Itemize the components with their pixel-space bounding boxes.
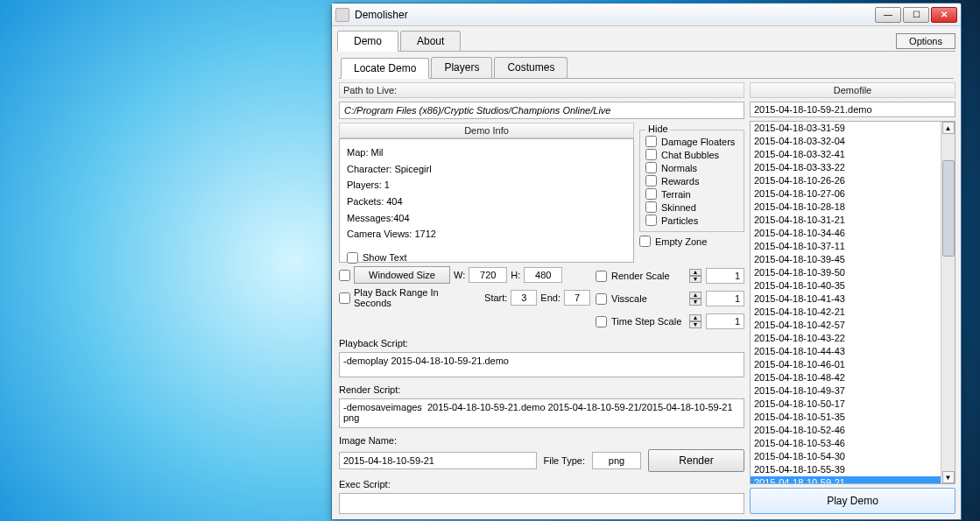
timestep-input[interactable] <box>706 313 744 329</box>
timestep-spinner[interactable]: ▲▼ <box>689 314 702 328</box>
end-label: End: <box>540 292 561 303</box>
render-scale-input[interactable] <box>706 268 744 284</box>
visscale-label: Visscale <box>611 293 685 304</box>
playback-script-label: Playback Script: <box>339 338 744 349</box>
end-input[interactable] <box>564 290 590 306</box>
hide-group: Hide Damage Floaters Chat Bubbles Normal… <box>639 130 744 232</box>
hide-particles[interactable]: Particles <box>645 215 738 226</box>
timestep-label: Time Step Scale <box>611 316 685 327</box>
demofile-scrollbar[interactable]: ▲ ▼ <box>941 122 955 483</box>
info-packets: Packets: 404 <box>347 194 626 210</box>
demofile-item[interactable]: 2015-04-18-10-42-21 <box>751 306 941 319</box>
demofile-item[interactable]: 2015-04-18-03-32-04 <box>751 135 941 148</box>
demofile-item[interactable]: 2015-04-18-10-50-17 <box>751 398 941 411</box>
hide-normals[interactable]: Normals <box>645 162 738 173</box>
scroll-down-icon[interactable]: ▼ <box>942 471 955 483</box>
width-input[interactable] <box>469 267 507 283</box>
tab-demo[interactable]: Demo <box>337 31 398 52</box>
playback-range-label: Play Back Range In Seconds <box>354 287 475 308</box>
render-button[interactable]: Render <box>648 449 744 472</box>
windowed-checkbox[interactable] <box>339 270 350 281</box>
demofile-item[interactable]: 2015-04-18-10-44-43 <box>751 345 941 358</box>
titlebar[interactable]: Demolisher — ☐ ✕ <box>332 4 961 26</box>
demofile-item[interactable]: 2015-04-18-10-42-57 <box>751 319 941 332</box>
demofile-item[interactable]: 2015-04-18-10-39-50 <box>751 266 941 279</box>
filetype-input[interactable] <box>592 452 641 469</box>
hide-rewards[interactable]: Rewards <box>645 175 738 187</box>
app-window: Demolisher — ☐ ✕ Demo About Options Loca… <box>331 3 962 520</box>
scroll-thumb[interactable] <box>942 160 955 257</box>
w-label: W: <box>454 270 465 280</box>
demo-info-box: Map: Mil Character: Spicegirl Players: 1… <box>339 138 634 263</box>
demofile-list[interactable]: 2015-04-18-03-31-592015-04-18-03-32-0420… <box>751 122 941 483</box>
demo-info-header: Demo Info <box>339 123 634 138</box>
show-text-checkbox[interactable]: Show Text <box>347 250 626 266</box>
info-messages: Messages:404 <box>347 210 626 227</box>
path-label: Path to Live: <box>339 82 744 98</box>
demofile-item[interactable]: 2015-04-18-03-33-22 <box>751 161 941 174</box>
render-script-input[interactable] <box>339 398 744 428</box>
hide-damage-floaters[interactable]: Damage Floaters <box>645 136 738 147</box>
demofile-item[interactable]: 2015-04-18-10-48-42 <box>751 371 941 384</box>
path-input[interactable] <box>339 102 744 119</box>
demofile-item[interactable]: 2015-04-18-10-49-37 <box>751 384 941 398</box>
playback-range-checkbox[interactable] <box>339 292 350 304</box>
info-map: Map: Mil <box>347 144 626 161</box>
demofile-listbox: 2015-04-18-03-31-592015-04-18-03-32-0420… <box>750 121 955 484</box>
play-demo-button[interactable]: Play Demo <box>750 488 955 514</box>
app-title: Demolisher <box>355 9 875 21</box>
info-character: Character: Spicegirl <box>347 161 626 178</box>
image-name-input[interactable] <box>339 452 537 469</box>
close-button[interactable]: ✕ <box>931 7 957 23</box>
demofile-item[interactable]: 2015-04-18-10-40-35 <box>751 279 941 292</box>
exec-script-input[interactable] <box>339 493 744 514</box>
demofile-item[interactable]: 2015-04-18-10-43-22 <box>751 332 941 345</box>
tab-about[interactable]: About <box>400 31 461 51</box>
demofile-item[interactable]: 2015-04-18-10-54-30 <box>751 450 941 463</box>
scroll-up-icon[interactable]: ▲ <box>942 122 955 134</box>
demofile-item[interactable]: 2015-04-18-03-32-41 <box>751 148 941 161</box>
sub-tabs: Locate Demo Players Costumes <box>332 52 961 78</box>
windowed-size-button[interactable]: Windowed Size <box>354 266 450 284</box>
tab-costumes[interactable]: Costumes <box>494 57 568 78</box>
hide-chat-bubbles[interactable]: Chat Bubbles <box>645 149 738 160</box>
top-tabs: Demo About Options <box>332 26 961 51</box>
height-input[interactable] <box>524 267 562 283</box>
demofile-item[interactable]: 2015-04-18-10-53-46 <box>751 437 941 450</box>
minimize-button[interactable]: — <box>875 7 901 23</box>
demofile-item[interactable]: 2015-04-18-10-55-39 <box>751 463 941 476</box>
demofile-item[interactable]: 2015-04-18-10-46-01 <box>751 358 941 371</box>
demofile-item[interactable]: 2015-04-18-10-41-43 <box>751 292 941 306</box>
exec-script-label: Exec Script: <box>339 479 744 489</box>
demofile-item[interactable]: 2015-04-18-10-51-35 <box>751 411 941 424</box>
render-scale-spinner[interactable]: ▲▼ <box>689 269 702 283</box>
playback-script-input[interactable] <box>339 352 744 377</box>
visscale-input[interactable] <box>706 291 744 306</box>
tab-locate-demo[interactable]: Locate Demo <box>341 58 429 79</box>
demofile-item[interactable]: 2015-04-18-10-27-06 <box>751 187 941 201</box>
demofile-item[interactable]: 2015-04-18-10-37-11 <box>751 240 941 253</box>
demofile-header: Demofile <box>750 82 955 98</box>
empty-zone-checkbox[interactable]: Empty Zone <box>639 236 744 247</box>
demofile-item[interactable]: 2015-04-18-10-31-21 <box>751 214 941 227</box>
demofile-item[interactable]: 2015-04-18-10-34-46 <box>751 227 941 240</box>
hide-terrain[interactable]: Terrain <box>645 188 738 200</box>
demofile-item[interactable]: 2015-04-18-10-26-26 <box>751 174 941 187</box>
demofile-item[interactable]: 2015-04-18-10-59-21 <box>751 476 941 483</box>
selected-demofile[interactable]: 2015-04-18-10-59-21.demo <box>750 102 955 117</box>
visscale-spinner[interactable]: ▲▼ <box>689 292 702 306</box>
visscale-checkbox[interactable] <box>596 293 607 305</box>
filetype-label: File Type: <box>544 455 586 466</box>
tab-players[interactable]: Players <box>431 57 492 78</box>
demofile-item[interactable]: 2015-04-18-03-31-59 <box>751 122 941 135</box>
start-input[interactable] <box>511 290 537 306</box>
options-button[interactable]: Options <box>896 33 955 49</box>
render-scale-checkbox[interactable] <box>596 271 607 282</box>
image-name-label: Image Name: <box>339 435 744 446</box>
demofile-item[interactable]: 2015-04-18-10-52-46 <box>751 424 941 437</box>
demofile-item[interactable]: 2015-04-18-10-28-18 <box>751 201 941 214</box>
timestep-checkbox[interactable] <box>596 316 607 327</box>
maximize-button[interactable]: ☐ <box>903 7 929 23</box>
hide-skinned[interactable]: Skinned <box>645 201 738 213</box>
demofile-item[interactable]: 2015-04-18-10-39-45 <box>751 253 941 266</box>
